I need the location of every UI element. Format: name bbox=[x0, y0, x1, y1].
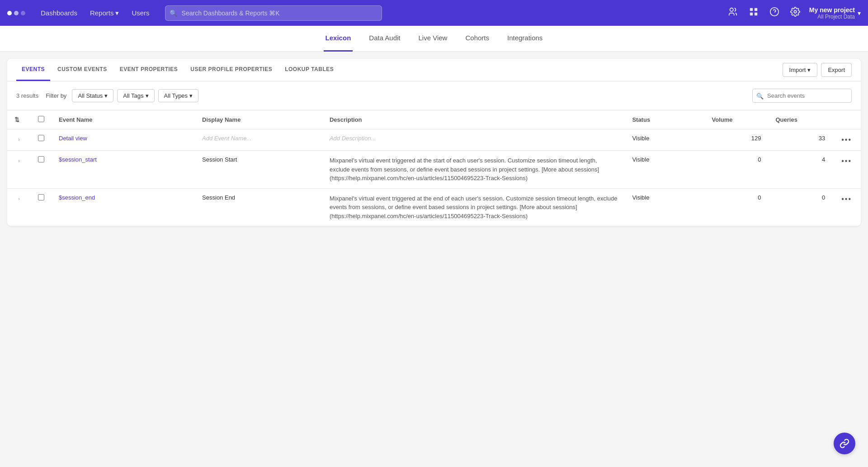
logo[interactable] bbox=[7, 11, 25, 15]
row-checkbox[interactable] bbox=[38, 194, 44, 200]
desc-placeholder: Add Description... bbox=[330, 135, 376, 142]
subnav-lexicon[interactable]: Lexicon bbox=[324, 26, 353, 52]
subnav-cohorts[interactable]: Cohorts bbox=[463, 26, 491, 52]
search-events-icon: 🔍 bbox=[756, 92, 764, 99]
svg-rect-2 bbox=[755, 8, 757, 11]
th-expand: ⇅ bbox=[7, 110, 31, 129]
queries-value: 33 bbox=[819, 135, 825, 142]
nav-right-actions: My new project All Project Data ▾ bbox=[726, 5, 861, 21]
queries-value: 4 bbox=[822, 156, 825, 163]
search-events-input[interactable] bbox=[752, 89, 852, 103]
top-navigation: Dashboards Reports ▾ Users 🔍 My new proj… bbox=[0, 0, 868, 26]
chevron-down-icon: ▾ bbox=[189, 92, 193, 99]
tab-user-profile-properties[interactable]: USER PROFILE PROPERTIES bbox=[185, 59, 278, 81]
row-expand-btn[interactable]: › bbox=[14, 135, 24, 144]
status-badge: Visible bbox=[632, 156, 649, 163]
global-search-input[interactable] bbox=[165, 5, 382, 21]
subnav-integrations[interactable]: Integrations bbox=[505, 26, 544, 52]
display-name-placeholder: Add Event Name... bbox=[202, 135, 251, 142]
nav-reports-label: Reports bbox=[90, 9, 114, 17]
row-actions-button[interactable]: ••• bbox=[840, 135, 854, 145]
event-name-link[interactable]: $session_start bbox=[59, 156, 97, 163]
display-name-value: Session Start bbox=[202, 156, 237, 163]
tabs-actions: Import ▾ Export bbox=[783, 63, 852, 77]
queries-value: 0 bbox=[822, 194, 825, 201]
tab-custom-events[interactable]: CUSTOM EVENTS bbox=[52, 59, 113, 81]
events-table: ⇅ Event Name Display Name Description St… bbox=[7, 110, 861, 226]
project-sub: All Project Data bbox=[809, 14, 855, 20]
all-status-filter[interactable]: All Status ▾ bbox=[72, 89, 113, 102]
table-row: › $session_end Session End Mixpanel's vi… bbox=[7, 188, 861, 226]
subnav-live-view[interactable]: Live View bbox=[417, 26, 449, 52]
all-status-label: All Status bbox=[78, 92, 103, 99]
tab-events[interactable]: EVENTS bbox=[16, 59, 50, 81]
row-checkbox[interactable] bbox=[38, 135, 44, 141]
event-name-link[interactable]: $session_end bbox=[59, 194, 95, 201]
tabs-row: EVENTS CUSTOM EVENTS EVENT PROPERTIES US… bbox=[7, 59, 861, 81]
tab-event-properties[interactable]: EVENT PROPERTIES bbox=[114, 59, 184, 81]
logo-dot-1 bbox=[7, 11, 12, 15]
chevron-down-icon: ▾ bbox=[104, 92, 108, 99]
nav-links: Dashboards Reports ▾ Users bbox=[36, 6, 154, 20]
project-name: My new project bbox=[809, 6, 855, 14]
table-row: › $session_start Session Start Mixpanel'… bbox=[7, 151, 861, 189]
th-queries: Queries bbox=[768, 110, 832, 129]
sub-navigation: Lexicon Data Audit Live View Cohorts Int… bbox=[0, 26, 868, 52]
row-expand-btn[interactable]: › bbox=[14, 156, 24, 165]
th-event-name: Event Name bbox=[52, 110, 195, 129]
nav-reports[interactable]: Reports ▾ bbox=[85, 6, 124, 20]
project-switcher[interactable]: My new project All Project Data ▾ bbox=[809, 6, 861, 20]
chevron-down-icon: ▾ bbox=[858, 10, 861, 17]
th-checkbox bbox=[31, 110, 52, 129]
search-icon: 🔍 bbox=[170, 10, 177, 17]
status-badge: Visible bbox=[632, 194, 649, 201]
event-name-link[interactable]: Detail view bbox=[59, 135, 87, 142]
description-value: Mixpanel's virtual event triggered at th… bbox=[330, 157, 599, 181]
th-volume: Volume bbox=[705, 110, 769, 129]
all-types-label: All Types bbox=[164, 92, 188, 99]
subnav-data-audit[interactable]: Data Audit bbox=[367, 26, 402, 52]
volume-value: 129 bbox=[751, 135, 761, 142]
main-content: EVENTS CUSTOM EVENTS EVENT PROPERTIES US… bbox=[7, 59, 861, 226]
volume-value: 0 bbox=[758, 194, 761, 201]
chevron-down-icon: ▾ bbox=[807, 67, 811, 73]
all-tags-filter[interactable]: All Tags ▾ bbox=[117, 89, 154, 102]
filter-by-label: Filter by bbox=[46, 92, 66, 99]
th-display-name: Display Name bbox=[195, 110, 322, 129]
svg-rect-3 bbox=[750, 13, 753, 15]
sort-icon: ⇅ bbox=[14, 116, 19, 123]
grid-icon[interactable] bbox=[747, 5, 760, 21]
logo-dot-2 bbox=[14, 11, 19, 15]
global-search: 🔍 bbox=[165, 5, 382, 21]
select-all-checkbox[interactable] bbox=[38, 116, 44, 122]
svg-point-7 bbox=[794, 10, 797, 13]
help-icon[interactable] bbox=[768, 5, 781, 21]
all-tags-label: All Tags bbox=[123, 92, 143, 99]
export-button[interactable]: Export bbox=[821, 63, 852, 77]
svg-rect-4 bbox=[755, 13, 757, 15]
th-actions bbox=[832, 110, 861, 129]
users-icon[interactable] bbox=[726, 5, 740, 21]
settings-icon[interactable] bbox=[788, 5, 802, 21]
chevron-down-icon: ▾ bbox=[146, 92, 149, 99]
row-actions-button[interactable]: ••• bbox=[840, 194, 854, 204]
svg-point-0 bbox=[730, 8, 733, 11]
row-checkbox[interactable] bbox=[38, 156, 44, 162]
description-value: Mixpanel's virtual event triggered at th… bbox=[330, 195, 618, 219]
th-description: Description bbox=[322, 110, 625, 129]
nav-dashboards[interactable]: Dashboards bbox=[36, 6, 82, 19]
status-badge: Visible bbox=[632, 135, 649, 142]
row-actions-button[interactable]: ••• bbox=[840, 156, 854, 166]
display-name-value: Session End bbox=[202, 194, 235, 201]
table-row: › Detail view Add Event Name... Add Desc… bbox=[7, 129, 861, 151]
sort-button[interactable]: ⇅ bbox=[14, 116, 19, 123]
nav-users[interactable]: Users bbox=[127, 6, 154, 19]
import-button[interactable]: Import ▾ bbox=[783, 63, 818, 77]
all-types-filter[interactable]: All Types ▾ bbox=[158, 89, 199, 102]
svg-rect-1 bbox=[750, 8, 753, 11]
chevron-down-icon: ▾ bbox=[115, 9, 119, 17]
results-count: 3 results bbox=[16, 92, 38, 99]
logo-dot-3 bbox=[21, 11, 25, 15]
tab-lookup-tables[interactable]: LOOKUP TABLES bbox=[279, 59, 339, 81]
row-expand-btn[interactable]: › bbox=[14, 194, 24, 203]
